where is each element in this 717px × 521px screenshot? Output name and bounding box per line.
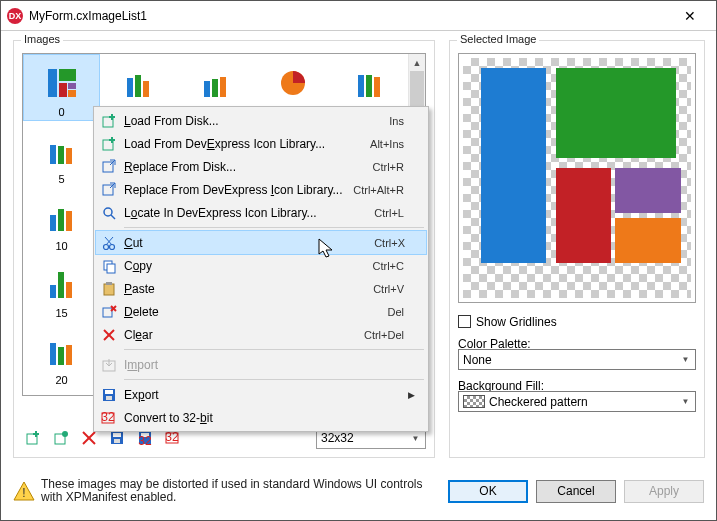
menu-label: Convert to 32-bit (122, 411, 404, 425)
thumbnail-icon (46, 201, 78, 233)
svg-rect-7 (143, 81, 149, 97)
thumbnail-10[interactable]: 10 (23, 188, 100, 255)
svg-rect-6 (135, 75, 141, 97)
thumbnail-index: 20 (55, 374, 67, 386)
bgfill-value: Checkered pattern (489, 395, 588, 409)
menu-shortcut: Ctrl+R (373, 161, 404, 173)
menu-label: Paste (122, 282, 373, 296)
thumbnail-index: 10 (55, 240, 67, 252)
thumbnail-icon (46, 335, 78, 367)
context-menu: Load From Disk...InsLoad From DevExpress… (93, 106, 429, 432)
menu-shortcut: Ctrl+X (374, 237, 405, 249)
svg-rect-42 (58, 272, 64, 298)
scroll-up-icon[interactable]: ▲ (409, 54, 425, 71)
menu-item-8[interactable]: DeleteDel (96, 300, 426, 323)
menu-label: Delete (122, 305, 387, 319)
menu-item-9[interactable]: ClearCtrl+Del (96, 323, 426, 346)
menu-label: Clear (122, 328, 364, 342)
paste-icon (96, 281, 122, 297)
menu-item-7[interactable]: PasteCtrl+V (96, 277, 426, 300)
svg-text:32: 32 (138, 434, 152, 446)
app-icon: DX (7, 8, 23, 24)
svg-rect-56 (66, 345, 72, 365)
menu-shortcut: Alt+Ins (370, 138, 404, 150)
close-button[interactable]: ✕ (670, 2, 710, 30)
toolbar-addlib-button[interactable] (50, 427, 72, 449)
menu-shortcut: Ins (389, 115, 404, 127)
svg-point-94 (104, 244, 109, 249)
svg-rect-10 (220, 77, 226, 97)
menu-label: Replace From Disk... (122, 160, 373, 174)
thumbnail-icon (123, 67, 155, 99)
thumbnail-15[interactable]: 15 (23, 255, 100, 322)
bgfill-swatch (463, 395, 485, 408)
menu-item-0[interactable]: Load From Disk...Ins (96, 109, 426, 132)
menu-item-3[interactable]: Replace From DevExpress Icon Library...C… (96, 178, 426, 201)
thumbnail-icon (46, 134, 78, 166)
svg-rect-8 (204, 81, 210, 97)
svg-rect-54 (50, 343, 56, 365)
thumbnail-icon (354, 67, 386, 99)
show-gridlines-row[interactable]: Show Gridlines (458, 311, 696, 332)
chevron-down-icon: ▼ (678, 355, 693, 364)
menu-item-1[interactable]: Load From DevExpress Icon Library...Alt+… (96, 132, 426, 155)
svg-rect-75 (113, 433, 121, 437)
dialog-footer: ! These images may be distorted if used … (13, 470, 704, 512)
search-icon (96, 205, 122, 221)
save-icon (96, 387, 122, 403)
thumbnail-index: 15 (55, 307, 67, 319)
menu-item-12[interactable]: 32Convert to 32-bit (96, 406, 426, 429)
svg-rect-3 (68, 83, 76, 89)
thumbnail-5[interactable]: 5 (23, 121, 100, 188)
menu-item-4[interactable]: Locate In DevExpress Icon Library...Ctrl… (96, 201, 426, 224)
add-icon (96, 136, 122, 152)
preview-block-blue (481, 68, 546, 263)
menu-item-2[interactable]: Replace From Disk...Ctrl+R (96, 155, 426, 178)
thumbnail-icon (46, 268, 78, 300)
submenu-arrow-icon: ▶ (404, 390, 418, 400)
thumbnail-index: 5 (58, 173, 64, 185)
chevron-down-icon: ▼ (678, 397, 693, 406)
ok-button[interactable]: OK (448, 480, 528, 503)
to32-icon: 32 (96, 410, 122, 426)
palette-value: None (463, 353, 492, 367)
dialog-body: Images 012345678910111213141516171819202… (1, 31, 716, 520)
menu-item-6[interactable]: CopyCtrl+C (96, 254, 426, 277)
toolbar-add-button[interactable] (22, 427, 44, 449)
warning-icon: ! (13, 480, 35, 502)
thumbnail-20[interactable]: 20 (23, 322, 100, 389)
bgfill-combobox[interactable]: Checkered pattern ▼ (458, 391, 696, 412)
preview-block-purple (615, 168, 681, 213)
svg-rect-16 (58, 146, 64, 164)
svg-rect-41 (50, 285, 56, 298)
menu-label: Replace From DevExpress Icon Library... (122, 183, 353, 197)
svg-rect-109 (105, 390, 113, 394)
selected-image-groupbox: Selected Image Show Gridlines Color Pale… (449, 40, 705, 458)
svg-rect-1 (59, 69, 76, 81)
window-title: MyForm.cxImageList1 (29, 9, 670, 23)
menu-item-11[interactable]: Export▶ (96, 383, 426, 406)
menu-shortcut: Ctrl+C (373, 260, 404, 272)
menu-label: Load From DevExpress Icon Library... (122, 137, 370, 151)
menu-label: Export (122, 388, 404, 402)
palette-combobox[interactable]: None ▼ (458, 349, 696, 370)
thumbnail-0[interactable]: 0 (23, 54, 100, 121)
clear-icon (96, 327, 122, 343)
show-gridlines-label: Show Gridlines (476, 315, 557, 329)
menu-item-5[interactable]: CutCtrl+X (95, 230, 427, 255)
titlebar: DX MyForm.cxImageList1 ✕ (1, 1, 716, 31)
svg-rect-101 (106, 282, 112, 285)
menu-label: Import (122, 358, 404, 372)
menu-label: Copy (122, 259, 373, 273)
show-gridlines-checkbox[interactable] (458, 315, 471, 328)
svg-rect-13 (366, 75, 372, 97)
menu-shortcut: Ctrl+Alt+R (353, 184, 404, 196)
svg-rect-14 (374, 77, 380, 97)
svg-rect-30 (66, 211, 72, 231)
svg-rect-4 (68, 90, 76, 97)
apply-button[interactable]: Apply (624, 480, 704, 503)
svg-line-96 (106, 237, 113, 245)
thumbnail-index: 0 (58, 106, 64, 118)
cancel-button[interactable]: Cancel (536, 480, 616, 503)
svg-point-92 (104, 208, 112, 216)
